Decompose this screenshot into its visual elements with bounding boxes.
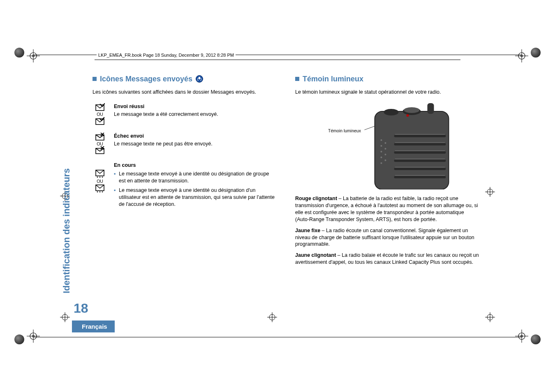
svg-point-52 [384,109,399,115]
page-content: Identification des indicateurs 18 Icônes… [72,74,479,310]
status-name: Rouge clignotant [295,196,337,201]
status-yellow-blink: Jaune clignotant – La radio balaie et éc… [295,252,479,266]
icon-row-success: OU Envoi réussi Le message texte a été c… [92,103,276,126]
registration-ball [531,48,541,58]
heading-led: Témoin lumineux [295,74,479,84]
svg-point-41 [97,177,98,178]
status-text: – La radio écoute un canal conventionnel… [295,228,474,247]
heading-text: Icônes Messages envoyés [100,74,192,84]
svg-point-64 [385,159,386,161]
icon-cell: OU [92,162,107,194]
svg-point-45 [97,191,98,193]
or-label: OU [97,179,103,184]
svg-point-60 [381,162,382,164]
status-yellow-solid: Jaune fixe – La radio écoute un canal co… [295,227,479,248]
svg-point-57 [381,145,382,147]
heading-bullet-icon [92,77,97,81]
radio-figure: Témoin lumineux [295,103,479,189]
feature-badge-icon [196,75,203,83]
heading-messages: Icônes Messages envoyés [92,74,276,84]
intro-text: Le témoin lumineux signale le statut opé… [295,89,479,96]
icon-cell: OU [92,103,107,126]
bullet-item: Le message texte envoyé à une identité o… [114,171,276,184]
or-label: OU [97,141,103,146]
registration-mark-icon [515,49,528,62]
registration-mark-icon [60,312,70,322]
frame-line [33,337,522,337]
sent-success-alt-icon [95,117,105,125]
registration-mark-icon [267,312,277,322]
left-column: Icônes Messages envoyés Les icônes suiva… [92,74,276,310]
svg-point-58 [381,151,382,152]
sent-success-icon [95,103,105,111]
registration-mark-icon [515,330,528,343]
page-number: 18 [74,301,88,316]
svg-point-63 [385,154,386,155]
figure-label: Témoin lumineux [328,128,361,134]
item-title: En cours [114,162,276,169]
registration-ball [14,334,24,344]
language-tab: Français [72,321,115,332]
item-text: Le message texte ne peut pas être envoyé… [114,141,213,147]
svg-point-56 [381,139,382,141]
icon-body: En cours Le message texte envoyé à une i… [114,162,276,210]
registration-mark-icon [27,49,40,62]
svg-rect-51 [428,103,434,114]
side-tab: Identification des indicateurs 18 [72,74,92,310]
icon-body: Échec envoi Le message texte ne peut pas… [114,133,276,148]
registration-mark-icon [27,330,40,343]
svg-point-42 [99,177,101,178]
svg-point-43 [102,177,103,178]
svg-point-47 [102,191,103,193]
registration-mark-icon [485,187,495,197]
right-column: Témoin lumineux Le témoin lumineux signa… [295,74,479,310]
svg-point-62 [385,148,386,150]
or-label: OU [97,112,103,117]
svg-point-46 [99,191,101,193]
icon-row-failed: OU Échec envoi Le message texte ne peut … [92,133,276,156]
icon-cell: OU [92,133,107,156]
header-line [95,60,460,60]
item-title: Échec envoi [114,133,276,140]
icon-body: Envoi réussi Le message texte a été corr… [114,103,276,118]
registration-ball [14,48,24,58]
section-title: Identification des indicateurs [61,168,72,293]
sent-pending-icon [95,169,105,178]
item-text: Le message texte a été correctement envo… [114,111,218,117]
intro-text: Les icônes suivantes sont affichées dans… [92,89,276,96]
status-name: Jaune fixe [295,228,320,233]
svg-point-55 [407,114,409,117]
svg-point-61 [385,142,386,144]
status-red: Rouge clignotant – La batterie de la rad… [295,195,479,223]
svg-rect-31 [199,77,200,79]
sent-failed-icon [95,133,105,141]
heading-text: Témoin lumineux [303,74,363,84]
registration-mark-icon [485,312,495,322]
svg-point-59 [381,157,382,158]
sent-pending-alt-icon [95,184,105,193]
sent-failed-alt-icon [95,146,105,154]
bullet-item: Le message texte envoyé à une identité o… [114,187,276,208]
svg-point-54 [404,107,420,113]
book-header: LKP_EMEA_FR.book Page 18 Sunday, Decembe… [97,53,236,58]
registration-ball [531,334,541,344]
status-name: Jaune clignotant [295,252,336,258]
heading-bullet-icon [295,77,299,81]
item-title: Envoi réussi [114,103,276,110]
icon-row-inprogress: OU En cours Le message texte envoyé à un… [92,162,276,210]
radio-illustration-icon [295,103,479,189]
